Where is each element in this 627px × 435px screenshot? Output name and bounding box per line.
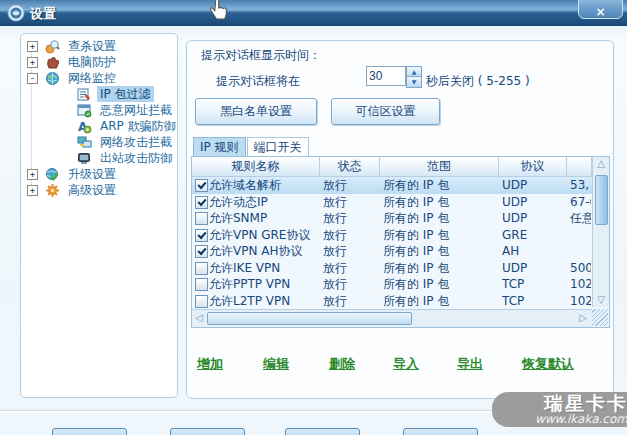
horizontal-scroll-thumb[interactable] (207, 312, 412, 325)
tree-item-8[interactable]: +升级设置 (21, 166, 177, 182)
tab-port-switch[interactable]: 端口开关 (247, 137, 309, 156)
cell-status: 放行 (323, 243, 379, 260)
cell-scope: 所有的 IP 包 (383, 276, 498, 293)
cell-scope: 所有的 IP 包 (383, 260, 498, 277)
tree-item-label[interactable]: 升级设置 (65, 166, 119, 182)
dialog-button-2[interactable] (170, 428, 245, 435)
ip-filter-icon (77, 87, 92, 102)
close-button[interactable]: × (578, 0, 623, 19)
scroll-up-icon[interactable]: △ (593, 158, 609, 170)
scroll-left-icon[interactable]: ◁ (192, 312, 206, 324)
collapse-icon[interactable]: - (27, 73, 38, 84)
tree-item-6[interactable]: 网络攻击拦截 (21, 134, 177, 150)
network-monitor-icon (45, 71, 60, 86)
cell-extra: 500, (570, 260, 591, 277)
cell-scope: 所有的 IP 包 (383, 243, 498, 260)
expand-icon[interactable]: + (27, 57, 38, 68)
cell-extra (570, 243, 591, 260)
titlebar[interactable]: 设置 × (0, 0, 627, 26)
export-link[interactable]: 导出 (457, 355, 483, 373)
tree-item-3[interactable]: IP 包过滤 (21, 86, 177, 102)
timeout-spinner: ▲ ▼ (406, 66, 420, 86)
network-attack-icon (77, 135, 92, 150)
tree-item-label[interactable]: 恶意网址拦截 (97, 102, 175, 118)
tree-item-label[interactable]: IP 包过滤 (97, 86, 154, 102)
table-row[interactable]: 允许VPN AH协议放行所有的 IP 包AH (192, 243, 592, 260)
table-row[interactable]: 允许PPTP VPN放行所有的 IP 包TCP1024 (192, 276, 592, 293)
tree-item-label[interactable]: 网络监控 (65, 70, 119, 86)
tree-item-4[interactable]: 恶意网址拦截 (21, 102, 177, 118)
table-row[interactable]: 允许动态IP放行所有的 IP 包UDP67-6 (192, 194, 592, 211)
table-row[interactable]: 允许域名解析放行所有的 IP 包UDP53, (192, 177, 592, 194)
resize-grip[interactable] (592, 309, 608, 326)
cell-name: 允许动态IP (209, 194, 319, 211)
tree-item-9[interactable]: +高级设置 (21, 182, 177, 198)
delete-link[interactable]: 删除 (329, 355, 355, 373)
checkbox-checked-icon[interactable] (195, 196, 208, 209)
scroll-right-icon[interactable]: ▷ (576, 312, 590, 324)
cell-status: 放行 (323, 260, 379, 277)
checkbox-unchecked-icon[interactable] (195, 278, 208, 291)
column-header-3[interactable]: 协议 (499, 157, 567, 177)
scroll-down-icon[interactable]: ▽ (593, 294, 609, 306)
tree-item-0[interactable]: +查杀设置 (21, 38, 177, 54)
column-header-2[interactable]: 范围 (380, 157, 499, 177)
dialog-button-4[interactable] (403, 428, 478, 435)
expand-icon[interactable]: + (27, 41, 38, 52)
timeout-input[interactable] (366, 66, 406, 86)
ip-rules-table: 规则名称状态范围协议 允许域名解析放行所有的 IP 包UDP53,允许动态IP放… (191, 156, 610, 328)
tree-item-1[interactable]: +电脑防护 (21, 54, 177, 70)
horizontal-scrollbar[interactable]: ◁ ▷ (192, 309, 592, 327)
watermark-site: www.ikaka.com (492, 413, 627, 426)
dialog-time-title: 提示对话框显示时间： (201, 47, 321, 64)
tree-item-2[interactable]: -网络监控 (21, 70, 177, 86)
tree-item-7[interactable]: 出站攻击防御 (21, 150, 177, 166)
restore-default-link[interactable]: 恢复默认 (522, 355, 574, 373)
column-header-4[interactable] (567, 157, 592, 177)
table-row[interactable]: 允许SNMP放行所有的 IP 包UDP任意 (192, 210, 592, 227)
settings-dialog: 设置 × +查杀设置+电脑防护-网络监控IP 包过滤恶意网址拦截AARP 欺骗防… (0, 0, 627, 435)
checkbox-checked-icon[interactable] (195, 245, 208, 258)
vertical-scroll-thumb[interactable] (595, 175, 608, 225)
tree-item-label[interactable]: 出站攻击防御 (97, 150, 175, 166)
cell-status: 放行 (323, 293, 379, 310)
dialog-time-prefix: 提示对话框将在 (216, 73, 300, 90)
blackwhite-list-button[interactable]: 黑白名单设置 (195, 98, 317, 125)
tree-item-label[interactable]: 查杀设置 (65, 38, 119, 54)
table-row[interactable]: 允许VPN GRE协议放行所有的 IP 包GRE (192, 227, 592, 244)
vertical-scrollbar[interactable]: △ ▽ (592, 157, 609, 307)
checkbox-unchecked-icon[interactable] (195, 212, 208, 225)
tree-item-label[interactable]: 高级设置 (65, 182, 119, 198)
tree-item-5[interactable]: AARP 欺骗防御 (21, 118, 177, 134)
tree-item-label[interactable]: ARP 欺骗防御 (97, 118, 179, 134)
checkbox-unchecked-icon[interactable] (195, 295, 208, 308)
dialog-button-1[interactable] (52, 428, 127, 435)
table-row[interactable]: 允许IKE VPN放行所有的 IP 包UDP500, (192, 260, 592, 277)
table-row[interactable]: 允许L2TP VPN放行所有的 IP 包TCP1024 (192, 293, 592, 310)
window-title: 设置 (30, 5, 56, 23)
column-header-1[interactable]: 状态 (320, 157, 380, 177)
cell-extra: 1024 (570, 276, 591, 293)
cell-name: 允许VPN AH协议 (209, 243, 319, 260)
tab-ip-rules[interactable]: IP 规则 (193, 137, 246, 156)
tree-item-label[interactable]: 网络攻击拦截 (97, 134, 175, 150)
column-header-0[interactable]: 规则名称 (192, 157, 320, 177)
cell-status: 放行 (323, 276, 379, 293)
add-link[interactable]: 增加 (197, 355, 223, 373)
checkbox-checked-icon[interactable] (195, 229, 208, 242)
tree-item-label[interactable]: 电脑防护 (65, 54, 119, 70)
expand-icon[interactable]: + (27, 169, 38, 180)
edit-link[interactable]: 编辑 (263, 355, 289, 373)
cell-extra: 1024 (570, 293, 591, 310)
checkbox-unchecked-icon[interactable] (195, 262, 208, 275)
cell-protocol: TCP (502, 293, 566, 310)
checkbox-checked-icon[interactable] (195, 179, 208, 192)
import-link[interactable]: 导入 (393, 355, 419, 373)
trusted-zone-button[interactable]: 可信区设置 (331, 98, 440, 125)
dialog-time-suffix: 秒后关闭 ( 5-255 ) (426, 73, 530, 90)
settings-tree-panel: +查杀设置+电脑防护-网络监控IP 包过滤恶意网址拦截AARP 欺骗防御网络攻击… (20, 33, 178, 398)
spinner-down-icon[interactable]: ▼ (406, 76, 422, 88)
expand-icon[interactable]: + (27, 185, 38, 196)
cell-status: 放行 (323, 194, 379, 211)
dialog-button-3[interactable] (285, 428, 360, 435)
